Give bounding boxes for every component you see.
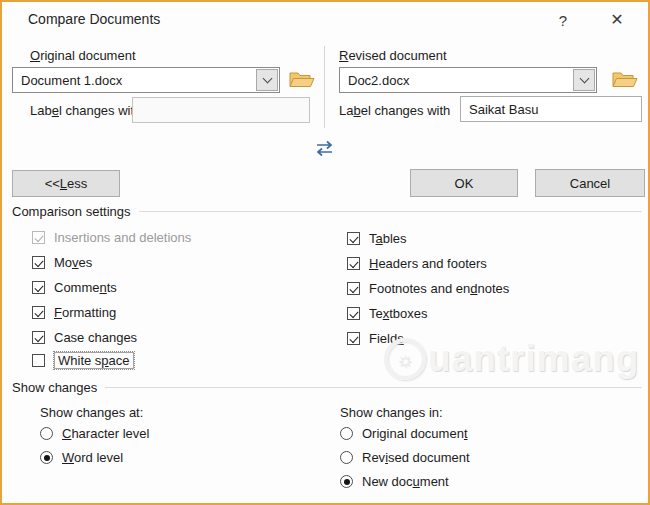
dialog-title: Compare Documents bbox=[28, 12, 160, 27]
show-changes-group-header: Show changes bbox=[12, 380, 642, 395]
checkbox-label: Headers and footers bbox=[369, 256, 487, 271]
checkbox-label: Case changes bbox=[54, 330, 137, 345]
revised-browse-folder-icon[interactable] bbox=[612, 70, 638, 94]
original-browse-folder-icon[interactable] bbox=[289, 70, 315, 94]
revised-document-value: Doc2.docx bbox=[340, 68, 572, 92]
checkbox-label: Comments bbox=[54, 280, 117, 295]
comparison-settings-title: Comparison settings bbox=[12, 204, 131, 219]
radio-icon bbox=[340, 427, 353, 440]
checkbox-case-changes[interactable]: Case changes bbox=[32, 330, 137, 345]
checkbox-icon bbox=[347, 282, 360, 295]
chevron-down-icon bbox=[262, 74, 272, 84]
checkbox-label: Tables bbox=[369, 231, 407, 246]
checkbox-label: Formatting bbox=[54, 305, 116, 320]
revised-document-label: Revised document bbox=[339, 48, 447, 63]
revised-combobox-dropdown-button[interactable] bbox=[573, 69, 595, 91]
original-label-changes-input[interactable] bbox=[132, 97, 310, 123]
checkbox-icon bbox=[347, 257, 360, 270]
checkbox-comments[interactable]: Comments bbox=[32, 280, 117, 295]
close-icon[interactable]: ✕ bbox=[602, 7, 632, 31]
checkbox-label: White space bbox=[54, 352, 134, 369]
radio-icon bbox=[340, 451, 353, 464]
checkbox-icon bbox=[347, 232, 360, 245]
checkbox-icon bbox=[32, 256, 45, 269]
checkbox-icon bbox=[347, 332, 360, 345]
checkbox-icon bbox=[347, 307, 360, 320]
checkbox-label: Insertions and deletions bbox=[54, 230, 191, 245]
group-divider-line bbox=[139, 211, 643, 212]
original-document-label: Original document bbox=[30, 48, 136, 63]
show-changes-title: Show changes bbox=[12, 380, 97, 395]
checkbox-icon bbox=[32, 231, 45, 244]
less-button[interactable]: << Less bbox=[12, 170, 120, 197]
checkbox-tables[interactable]: Tables bbox=[347, 231, 407, 246]
radio-revised-document[interactable]: Revised document bbox=[340, 450, 470, 465]
radio-original-document[interactable]: Original document bbox=[340, 426, 468, 441]
original-document-value: Document 1.docx bbox=[13, 68, 255, 92]
compare-documents-dialog: Compare Documents ? ✕ Original document … bbox=[0, 0, 650, 505]
radio-character-level[interactable]: Character level bbox=[40, 426, 149, 441]
watermark-text: uantrimang bbox=[428, 338, 639, 380]
original-combobox-dropdown-button[interactable] bbox=[256, 69, 278, 91]
checkbox-fields[interactable]: Fields bbox=[347, 331, 404, 346]
checkbox-label: Footnotes and endnotes bbox=[369, 281, 509, 296]
checkbox-moves[interactable]: Moves bbox=[32, 255, 92, 270]
checkbox-formatting[interactable]: Formatting bbox=[32, 305, 116, 320]
radio-label: Word level bbox=[62, 450, 123, 465]
revised-document-combobox[interactable]: Doc2.docx bbox=[339, 67, 597, 93]
radio-icon bbox=[40, 427, 53, 440]
column-divider bbox=[324, 46, 325, 128]
radio-label: Character level bbox=[62, 426, 149, 441]
revised-label-changes-label: Label changes with bbox=[339, 103, 450, 118]
help-icon[interactable]: ? bbox=[548, 8, 578, 32]
quantrimang-watermark: ☼ uantrimang bbox=[384, 338, 639, 380]
radio-icon bbox=[40, 451, 53, 464]
checkbox-icon bbox=[32, 306, 45, 319]
original-document-combobox[interactable]: Document 1.docx bbox=[12, 67, 280, 93]
original-label-changes-label: Label changes with bbox=[30, 103, 141, 118]
checkbox-label: Fields bbox=[369, 331, 404, 346]
checkbox-headers-and-footers[interactable]: Headers and footers bbox=[347, 256, 487, 271]
checkbox-label: Moves bbox=[54, 255, 92, 270]
revised-label-changes-input[interactable]: Saikat Basu bbox=[460, 96, 642, 122]
radio-label: New document bbox=[362, 474, 449, 489]
checkbox-icon bbox=[32, 281, 45, 294]
checkbox-icon bbox=[32, 331, 45, 344]
checkbox-label: Textboxes bbox=[369, 306, 428, 321]
show-changes-in-label: Show changes in: bbox=[340, 405, 443, 420]
cancel-button[interactable]: Cancel bbox=[535, 169, 645, 197]
checkbox-icon bbox=[32, 354, 45, 367]
radio-icon bbox=[340, 475, 353, 488]
radio-word-level[interactable]: Word level bbox=[40, 450, 123, 465]
chevron-down-icon bbox=[579, 74, 589, 84]
checkbox-white-space[interactable]: White space bbox=[32, 352, 134, 369]
checkbox-footnotes-and-endnotes[interactable]: Footnotes and endnotes bbox=[347, 281, 509, 296]
swap-documents-icon[interactable] bbox=[314, 140, 335, 161]
ok-button[interactable]: OK bbox=[410, 169, 518, 197]
radio-new-document[interactable]: New document bbox=[340, 474, 449, 489]
checkbox-textboxes[interactable]: Textboxes bbox=[347, 306, 428, 321]
checkbox-insertions-and-deletions: Insertions and deletions bbox=[32, 230, 191, 245]
comparison-settings-group-header: Comparison settings bbox=[12, 204, 642, 219]
group-divider-line bbox=[105, 387, 642, 388]
radio-label: Revised document bbox=[362, 450, 470, 465]
radio-label: Original document bbox=[362, 426, 468, 441]
show-changes-at-label: Show changes at: bbox=[40, 405, 143, 420]
